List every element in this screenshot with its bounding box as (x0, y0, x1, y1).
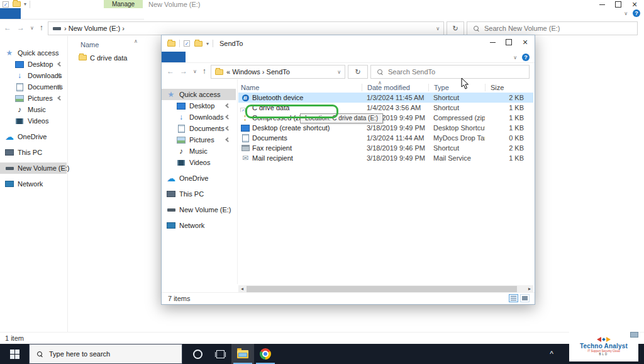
search-box[interactable]: Search New Volume (E:) (467, 21, 638, 35)
qat-customize-icon[interactable]: ▾ (206, 41, 209, 47)
sidebar-item[interactable]: Quick access (0, 47, 67, 59)
sidebar-item[interactable]: Downloads (0, 70, 67, 81)
name-column-header[interactable]: Name (80, 41, 99, 48)
ribbon-tab[interactable] (162, 52, 186, 62)
search-icon (377, 69, 383, 75)
sidebar-item[interactable]: OneDrive (0, 131, 67, 142)
onedrive-icon (167, 174, 175, 183)
sidebar-item[interactable]: Videos (162, 157, 236, 168)
sidebar-item[interactable]: Pictures (162, 134, 236, 145)
minimize-button[interactable] (594, 0, 610, 9)
tray-display-icon[interactable] (630, 332, 638, 338)
recent-locations-icon[interactable]: ∨ (193, 69, 197, 74)
sidebar-item[interactable]: Videos (0, 115, 67, 127)
start-button[interactable] (0, 344, 29, 364)
address-dropdown-icon[interactable]: ∨ (436, 26, 440, 31)
file-explorer-taskbar-icon[interactable] (231, 344, 254, 364)
item-count: 7 items (168, 295, 190, 302)
help-icon[interactable]: ? (522, 54, 530, 61)
sidebar-item[interactable]: Quick access (162, 89, 236, 100)
taskbar-search[interactable]: Type here to search (29, 344, 182, 364)
sidebar-item[interactable]: New Volume (E:) (0, 162, 67, 174)
close-button[interactable] (626, 0, 643, 9)
sidebar-item[interactable]: Documents (0, 81, 67, 93)
forward-icon[interactable]: → (17, 23, 25, 32)
search-box[interactable]: Search SendTo (370, 65, 530, 79)
close-button[interactable] (517, 38, 533, 47)
sidebar-item[interactable]: Downloads (162, 111, 236, 123)
status-bar: 1 item (0, 332, 644, 344)
ribbon-tab[interactable] (103, 8, 144, 19)
sort-ascending-icon[interactable]: ∧ (378, 80, 382, 86)
bluetooth-icon (241, 94, 250, 102)
title-bar[interactable]: ✓ ▾ SendTo (162, 35, 535, 52)
breadcrumb[interactable]: « Windows › SendTo (226, 68, 290, 76)
sidebar-item[interactable]: OneDrive (162, 173, 236, 184)
manage-context-tab[interactable]: Manage (104, 0, 143, 8)
divider (237, 79, 238, 284)
sidebar-item[interactable]: Network (162, 220, 236, 231)
properties-checkbox-icon[interactable]: ✓ (3, 1, 9, 8)
sidebar-item[interactable]: Music (0, 104, 67, 115)
address-dropdown-icon[interactable]: ∨ (337, 69, 341, 75)
ribbon-tab[interactable] (21, 8, 48, 19)
column-header-name[interactable]: Name (238, 84, 362, 91)
maximize-button[interactable] (501, 38, 517, 47)
address-bar[interactable]: « Windows › SendTo ∨ (211, 65, 345, 79)
address-bar[interactable]: › New Volume (E:) › ∨ (48, 21, 444, 35)
ribbon-tab[interactable] (48, 8, 76, 19)
ribbon-tab[interactable] (76, 8, 103, 19)
ribbon-tab[interactable] (243, 52, 270, 62)
up-icon[interactable]: ↑ (40, 23, 43, 32)
task-view-button[interactable] (209, 344, 231, 364)
file-row[interactable]: Fax recipient 3/18/2019 9:46 PM Shortcut… (238, 143, 533, 153)
file-row[interactable]: Desktop (create shortcut) 3/18/2019 9:49… (238, 123, 533, 133)
divider (179, 40, 180, 47)
ribbon-tab[interactable] (186, 52, 216, 62)
folder-icon[interactable] (194, 40, 203, 48)
sidebar-item[interactable]: Network (0, 178, 67, 190)
refresh-button[interactable]: ↻ (447, 21, 464, 35)
expand-ribbon-icon[interactable]: ∨ (513, 55, 517, 60)
refresh-button[interactable]: ↻ (348, 65, 368, 79)
star-icon (167, 90, 175, 99)
file-row[interactable]: Mail recipient 3/18/2019 9:49 PM Mail Se… (238, 153, 533, 163)
properties-checkbox-icon[interactable]: ✓ (184, 40, 190, 47)
scrollbar-thumb[interactable] (247, 286, 517, 292)
forward-icon[interactable]: → (180, 67, 187, 76)
sort-ascending-icon[interactable]: ∧ (134, 38, 138, 44)
recent-locations-icon[interactable]: ∨ (30, 25, 34, 31)
up-icon[interactable]: ↑ (203, 67, 206, 76)
minimize-button[interactable] (484, 38, 501, 47)
sidebar-item[interactable]: Documents (162, 123, 236, 134)
details-view-button[interactable] (509, 294, 518, 302)
sidebar-item[interactable]: This PC (162, 188, 236, 200)
expand-ribbon-icon[interactable]: ∨ (624, 11, 628, 16)
sidebar-item[interactable]: This PC (0, 147, 67, 158)
help-icon[interactable]: ? (633, 9, 640, 17)
file-row[interactable]: Documents 1/3/2024 11:44 AM MyDocs Drop … (238, 133, 533, 143)
file-row[interactable]: Bluetooth device 1/3/2024 11:45 AM Short… (238, 93, 533, 103)
maximize-button[interactable] (610, 0, 626, 9)
sidebar-item[interactable]: New Volume (E:) (162, 204, 236, 215)
ribbon-tab[interactable] (0, 8, 21, 19)
sidebar-item[interactable]: Desktop (162, 100, 236, 111)
column-header-date[interactable]: Date modified (362, 84, 428, 91)
column-header-size[interactable]: Size (485, 84, 529, 91)
large-icons-view-button[interactable] (520, 294, 530, 302)
logo-arrows-icon (597, 336, 611, 343)
ribbon-tab[interactable] (216, 52, 243, 62)
cortana-button[interactable] (186, 344, 209, 364)
qat-customize-icon[interactable]: ▾ (24, 1, 26, 7)
sidebar-item[interactable]: Music (162, 145, 236, 157)
back-icon[interactable]: ← (167, 67, 174, 76)
folder-icon[interactable] (12, 0, 21, 8)
chrome-taskbar-icon[interactable] (254, 344, 277, 364)
breadcrumb[interactable]: › New Volume (E:) › (64, 25, 125, 32)
file-item[interactable]: C drive data (78, 54, 127, 62)
sidebar-item[interactable]: Desktop (0, 59, 67, 70)
back-icon[interactable]: ← (4, 23, 11, 32)
sidebar-item[interactable]: Pictures (0, 93, 67, 104)
show-hidden-icons-chevron[interactable]: ^ (541, 344, 562, 364)
column-header-type[interactable]: Type (428, 84, 485, 91)
